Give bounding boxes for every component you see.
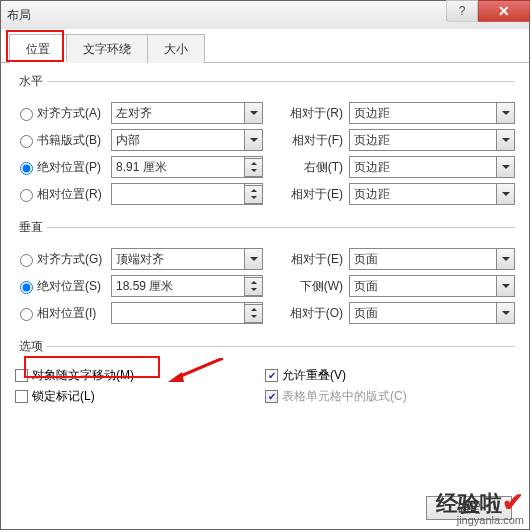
- radio-h-abs-input[interactable]: [20, 162, 33, 175]
- spin-up-icon[interactable]: [245, 186, 262, 194]
- checkbox-table-layout: [265, 390, 278, 403]
- chevron-down-icon[interactable]: [496, 103, 514, 123]
- radio-h-book-input[interactable]: [20, 135, 33, 148]
- group-vertical: 垂直 对齐方式(G) 顶端对齐 相对于(E) 页面: [15, 219, 515, 332]
- label-h-book-rel: 相对于(F): [271, 132, 343, 149]
- label-h-abs-rel: 右侧(T): [271, 159, 343, 176]
- row-table-layout: 表格单元格中的版式(C): [265, 388, 515, 405]
- combo-v-align[interactable]: 顶端对齐: [111, 248, 263, 270]
- combo-h-abs-rel[interactable]: 页边距: [349, 156, 515, 178]
- row-v-align: 对齐方式(G) 顶端对齐 相对于(E) 页面: [15, 247, 515, 271]
- radio-h-abs-label: 绝对位置(P): [37, 159, 101, 176]
- label-table-layout: 表格单元格中的版式(C): [282, 388, 407, 405]
- combo-h-align-value: 左对齐: [116, 105, 152, 122]
- chevron-down-icon[interactable]: [496, 130, 514, 150]
- row-h-relp: 相对位置(R) 相对于(E) 页边距: [15, 182, 515, 206]
- radio-v-abs[interactable]: 绝对位置(S): [15, 278, 111, 295]
- radio-h-relp-input[interactable]: [20, 189, 33, 202]
- combo-h-relp-rel-value: 页边距: [354, 186, 390, 203]
- spin-down-icon[interactable]: [245, 286, 262, 294]
- legend-horizontal: 水平: [15, 73, 47, 90]
- spinner-v-abs[interactable]: [244, 276, 262, 296]
- chevron-down-icon[interactable]: [496, 303, 514, 323]
- spinner-h-abs[interactable]: [244, 157, 262, 177]
- radio-h-align-input[interactable]: [20, 108, 33, 121]
- numbox-h-relp[interactable]: [111, 183, 263, 205]
- row-v-abs: 绝对位置(S) 18.59 厘米 下侧(W) 页面: [15, 274, 515, 298]
- close-button[interactable]: ✕: [478, 0, 530, 22]
- window-buttons: ? ✕: [446, 0, 530, 22]
- label-h-align-rel: 相对于(R): [271, 105, 343, 122]
- legend-vertical: 垂直: [15, 219, 47, 236]
- spin-down-icon[interactable]: [245, 167, 262, 175]
- radio-v-abs-label: 绝对位置(S): [37, 278, 101, 295]
- radio-h-book-label: 书籍版式(B): [37, 132, 101, 149]
- chevron-down-icon[interactable]: [496, 184, 514, 204]
- tab-textwrap[interactable]: 文字环绕: [66, 34, 148, 63]
- help-button[interactable]: ?: [446, 0, 478, 22]
- group-options: 选项 对象随文字移动(M) 锁定标记(L) 允许重叠(V): [15, 338, 515, 413]
- combo-v-align-rel[interactable]: 页面: [349, 248, 515, 270]
- label-allow-overlap: 允许重叠(V): [282, 367, 346, 384]
- radio-h-book[interactable]: 书籍版式(B): [15, 132, 111, 149]
- group-horizontal: 水平 对齐方式(A) 左对齐 相对于(R) 页边距: [15, 73, 515, 213]
- combo-h-book-rel-value: 页边距: [354, 132, 390, 149]
- ok-button[interactable]: 确定: [426, 496, 512, 520]
- row-v-relp: 相对位置(I) 相对于(O) 页面: [15, 301, 515, 325]
- row-allow-overlap: 允许重叠(V): [265, 367, 515, 384]
- row-h-abs: 绝对位置(P) 8.91 厘米 右侧(T) 页边距: [15, 155, 515, 179]
- legend-options: 选项: [15, 338, 47, 355]
- spin-up-icon[interactable]: [245, 159, 262, 167]
- combo-h-book-value: 内部: [116, 132, 140, 149]
- combo-h-relp-rel[interactable]: 页边距: [349, 183, 515, 205]
- spin-up-icon[interactable]: [245, 278, 262, 286]
- combo-h-align[interactable]: 左对齐: [111, 102, 263, 124]
- spin-up-icon[interactable]: [245, 305, 262, 313]
- numbox-v-relp[interactable]: [111, 302, 263, 324]
- spinner-h-relp[interactable]: [244, 184, 262, 204]
- combo-h-align-rel[interactable]: 页边距: [349, 102, 515, 124]
- checkbox-allow-overlap[interactable]: [265, 369, 278, 382]
- label-move-with-text: 对象随文字移动(M): [32, 367, 134, 384]
- combo-h-abs-rel-value: 页边距: [354, 159, 390, 176]
- radio-v-relp-input[interactable]: [20, 308, 33, 321]
- checkbox-move-with-text[interactable]: [15, 369, 28, 382]
- radio-h-relp[interactable]: 相对位置(R): [15, 186, 111, 203]
- chevron-down-icon[interactable]: [244, 130, 262, 150]
- combo-v-relp-rel[interactable]: 页面: [349, 302, 515, 324]
- tab-size[interactable]: 大小: [147, 34, 205, 63]
- chevron-down-icon[interactable]: [244, 103, 262, 123]
- titlebar: 布局 ? ✕: [1, 1, 529, 29]
- radio-h-align[interactable]: 对齐方式(A): [15, 105, 111, 122]
- numbox-v-abs[interactable]: 18.59 厘米: [111, 275, 263, 297]
- tab-position[interactable]: 位置: [9, 34, 67, 63]
- label-v-align-rel: 相对于(E): [271, 251, 343, 268]
- radio-h-align-label: 对齐方式(A): [37, 105, 101, 122]
- combo-v-align-rel-value: 页面: [354, 251, 378, 268]
- spinner-v-relp[interactable]: [244, 303, 262, 323]
- spin-down-icon[interactable]: [245, 313, 262, 321]
- checkbox-lock-anchor[interactable]: [15, 390, 28, 403]
- chevron-down-icon[interactable]: [496, 276, 514, 296]
- numbox-h-abs[interactable]: 8.91 厘米: [111, 156, 263, 178]
- combo-h-book-rel[interactable]: 页边距: [349, 129, 515, 151]
- radio-v-align-label: 对齐方式(G): [37, 251, 102, 268]
- radio-h-abs[interactable]: 绝对位置(P): [15, 159, 111, 176]
- combo-h-book[interactable]: 内部: [111, 129, 263, 151]
- row-h-align: 对齐方式(A) 左对齐 相对于(R) 页边距: [15, 101, 515, 125]
- combo-v-abs-rel[interactable]: 页面: [349, 275, 515, 297]
- numbox-h-abs-value: 8.91 厘米: [116, 159, 167, 176]
- radio-v-relp-label: 相对位置(I): [37, 305, 96, 322]
- row-h-book: 书籍版式(B) 内部 相对于(F) 页边距: [15, 128, 515, 152]
- radio-v-abs-input[interactable]: [20, 281, 33, 294]
- radio-h-relp-label: 相对位置(R): [37, 186, 102, 203]
- radio-v-align-input[interactable]: [20, 254, 33, 267]
- chevron-down-icon[interactable]: [244, 249, 262, 269]
- chevron-down-icon[interactable]: [496, 157, 514, 177]
- label-v-abs-rel: 下侧(W): [271, 278, 343, 295]
- row-lock-anchor: 锁定标记(L): [15, 388, 265, 405]
- radio-v-align[interactable]: 对齐方式(G): [15, 251, 111, 268]
- chevron-down-icon[interactable]: [496, 249, 514, 269]
- spin-down-icon[interactable]: [245, 194, 262, 202]
- radio-v-relp[interactable]: 相对位置(I): [15, 305, 111, 322]
